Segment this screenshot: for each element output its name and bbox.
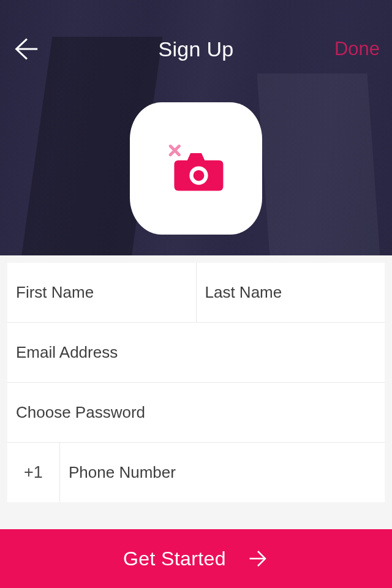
phone-row: +1	[7, 443, 385, 502]
password-row	[7, 383, 385, 443]
get-started-label: Get Started	[123, 548, 226, 570]
first-name-field-wrap	[7, 263, 196, 322]
email-field[interactable]	[16, 343, 376, 362]
email-row	[7, 323, 385, 383]
back-arrow-icon	[12, 35, 40, 63]
last-name-field-wrap	[197, 263, 385, 322]
back-button[interactable]	[9, 32, 43, 66]
svg-point-2	[194, 170, 205, 181]
password-field[interactable]	[16, 403, 376, 422]
email-field-wrap	[7, 323, 385, 382]
camera-icon	[168, 144, 224, 193]
done-button[interactable]: Done	[334, 38, 381, 60]
first-name-field[interactable]	[16, 283, 187, 302]
page-title: Sign Up	[158, 37, 233, 61]
phone-country-code[interactable]: +1	[7, 443, 59, 502]
profile-photo-button[interactable]	[130, 102, 262, 235]
arrow-right-icon	[247, 548, 269, 570]
phone-field[interactable]	[69, 463, 376, 482]
password-field-wrap	[7, 383, 385, 442]
phone-country-code-label: +1	[24, 463, 43, 482]
last-name-field[interactable]	[205, 283, 377, 302]
get-started-button[interactable]: Get Started	[0, 529, 392, 588]
phone-field-wrap	[60, 443, 385, 502]
signup-header: Sign Up Done	[0, 0, 392, 255]
nav-bar: Sign Up Done	[0, 0, 392, 80]
signup-form: +1	[7, 263, 385, 502]
name-row	[7, 263, 385, 323]
